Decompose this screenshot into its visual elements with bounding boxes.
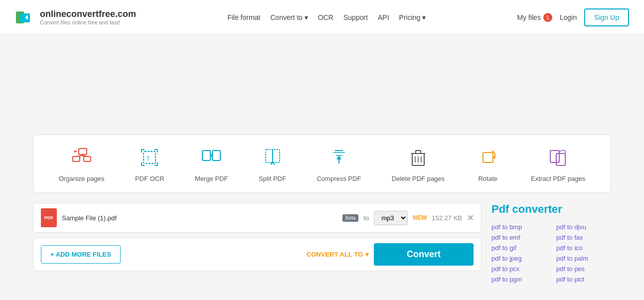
- svg-line-6: [76, 155, 83, 156]
- tool-merge-label: Merge PDF: [195, 175, 228, 182]
- format-select[interactable]: mp3 mp4 pdf jpg png: [374, 211, 408, 225]
- tool-split-label: Split PDF: [259, 175, 286, 182]
- nav-pricing[interactable]: Pricing ▾: [399, 13, 426, 21]
- tool-merge-pdf[interactable]: Merge PDF: [195, 145, 228, 182]
- pdf-links-grid: pdf to bmp pdf to djvu pdf to emf pdf to…: [491, 223, 611, 283]
- file-size: 152.27 KB: [432, 214, 462, 222]
- organize-icon: [69, 145, 94, 170]
- pdf-link-3[interactable]: pdf to jpeg: [491, 255, 546, 262]
- compress-icon: [326, 145, 351, 170]
- logo-area: onlineconvertfree.com Convert files onli…: [15, 7, 136, 27]
- pdf-converter-sidebar: Pdf converter pdf to bmp pdf to djvu pdf…: [491, 203, 611, 283]
- convert-all-label: CONVERT ALL TO: [307, 251, 363, 258]
- tool-organize-pages[interactable]: Organize pages: [59, 145, 105, 182]
- nav-support[interactable]: Support: [343, 13, 368, 21]
- tools-bar: Organize pages T PDF OCR: [33, 135, 611, 193]
- extract-icon: [546, 145, 571, 170]
- tool-ocr-label: PDF OCR: [135, 175, 164, 182]
- tool-split-pdf[interactable]: Split PDF: [259, 145, 286, 182]
- tool-extract-pdf[interactable]: Extract PDF pages: [531, 145, 585, 182]
- svg-marker-29: [336, 155, 341, 159]
- ad-banner: [0, 35, 644, 125]
- nav-convert-to[interactable]: Convert to ▾: [270, 13, 308, 21]
- main-content: Organize pages T PDF OCR: [23, 125, 621, 293]
- pdf-link-1[interactable]: pdf to emf: [491, 234, 546, 241]
- pdf-link-6[interactable]: pdf to djvu: [556, 223, 611, 231]
- delete-icon: [406, 145, 431, 170]
- svg-rect-3: [73, 156, 80, 161]
- main-nav: File format Convert to ▾ OCR Support API…: [227, 13, 426, 21]
- pdf-link-5[interactable]: pdf to pgm: [491, 276, 546, 283]
- convert-main-button[interactable]: Convert: [374, 243, 474, 266]
- close-file-button[interactable]: ✕: [467, 213, 474, 223]
- svg-rect-35: [416, 150, 421, 153]
- svg-rect-42: [556, 153, 565, 165]
- tool-organize-label: Organize pages: [59, 175, 105, 182]
- svg-rect-20: [202, 150, 210, 160]
- pdf-link-2[interactable]: pdf to gif: [491, 244, 546, 252]
- pdf-converter-title: Pdf converter: [491, 203, 611, 216]
- tool-compress-label: Compress PDF: [317, 175, 361, 182]
- tool-rotate[interactable]: Rotate: [476, 145, 500, 182]
- convert-all-button[interactable]: CONVERT ALL TO ▾: [307, 251, 369, 258]
- signup-button[interactable]: Sign Up: [584, 8, 629, 26]
- pdf-link-11[interactable]: pdf to pict: [556, 276, 611, 283]
- pdf-link-7[interactable]: pdf to fax: [556, 234, 611, 241]
- pdf-link-0[interactable]: pdf to bmp: [491, 223, 546, 231]
- svg-rect-1: [20, 13, 30, 22]
- merge-icon: [199, 145, 224, 170]
- pdf-link-9[interactable]: pdf to palm: [556, 255, 611, 262]
- converter-left: PDF Sample File (1).pdf Beta to mp3 mp4 …: [33, 203, 482, 271]
- chevron-down-icon: ▾: [365, 251, 369, 258]
- header: onlineconvertfree.com Convert files onli…: [0, 0, 644, 35]
- chevron-down-icon: ▾: [305, 13, 308, 21]
- svg-line-7: [83, 155, 87, 156]
- action-row: + ADD MORE FILES CONVERT ALL TO ▾ Conver…: [33, 238, 482, 271]
- svg-text:T: T: [147, 155, 150, 161]
- new-badge: NEW: [413, 214, 427, 221]
- file-row: PDF Sample File (1).pdf Beta to mp3 mp4 …: [33, 203, 482, 233]
- svg-rect-2: [79, 149, 87, 154]
- converter-area: PDF Sample File (1).pdf Beta to mp3 mp4 …: [33, 203, 611, 283]
- my-files-badge: 1: [543, 13, 552, 22]
- nav-file-format[interactable]: File format: [227, 13, 260, 21]
- ocr-icon: T: [137, 145, 162, 170]
- svg-rect-21: [212, 150, 220, 160]
- my-files-button[interactable]: My files 1: [517, 13, 552, 22]
- tool-delete-label: Delete PDF pages: [392, 175, 445, 182]
- svg-rect-39: [483, 152, 493, 162]
- tool-rotate-label: Rotate: [478, 175, 497, 182]
- file-name: Sample File (1).pdf: [62, 214, 337, 222]
- logo-tagline: Convert files online free and fast!: [40, 19, 136, 25]
- tool-compress-pdf[interactable]: Compress PDF: [317, 145, 361, 182]
- pdf-link-4[interactable]: pdf to pcx: [491, 265, 546, 273]
- pdf-link-8[interactable]: pdf to ico: [556, 244, 611, 252]
- split-icon: [260, 145, 285, 170]
- logo-text: onlineconvertfree.com Convert files onli…: [40, 9, 136, 25]
- login-button[interactable]: Login: [560, 13, 577, 21]
- rotate-icon: [476, 145, 500, 170]
- beta-badge: Beta: [342, 214, 359, 222]
- header-right: My files 1 Login Sign Up: [517, 8, 629, 26]
- chevron-down-icon: ▾: [422, 13, 426, 21]
- logo-icon: [15, 7, 35, 27]
- nav-ocr[interactable]: OCR: [318, 13, 333, 21]
- tool-extract-label: Extract PDF pages: [531, 175, 585, 182]
- svg-rect-41: [550, 150, 559, 162]
- tool-pdf-ocr[interactable]: T PDF OCR: [135, 145, 164, 182]
- add-files-button[interactable]: + ADD MORE FILES: [41, 245, 121, 264]
- svg-rect-4: [84, 156, 91, 161]
- tool-delete-pdf[interactable]: Delete PDF pages: [392, 145, 445, 182]
- to-label: to: [363, 214, 369, 222]
- logo-name: onlineconvertfree.com: [40, 9, 136, 19]
- nav-api[interactable]: API: [378, 13, 389, 21]
- pdf-link-10[interactable]: pdf to pes: [556, 265, 611, 273]
- my-files-label: My files: [517, 13, 540, 21]
- pdf-file-icon: PDF: [41, 208, 57, 227]
